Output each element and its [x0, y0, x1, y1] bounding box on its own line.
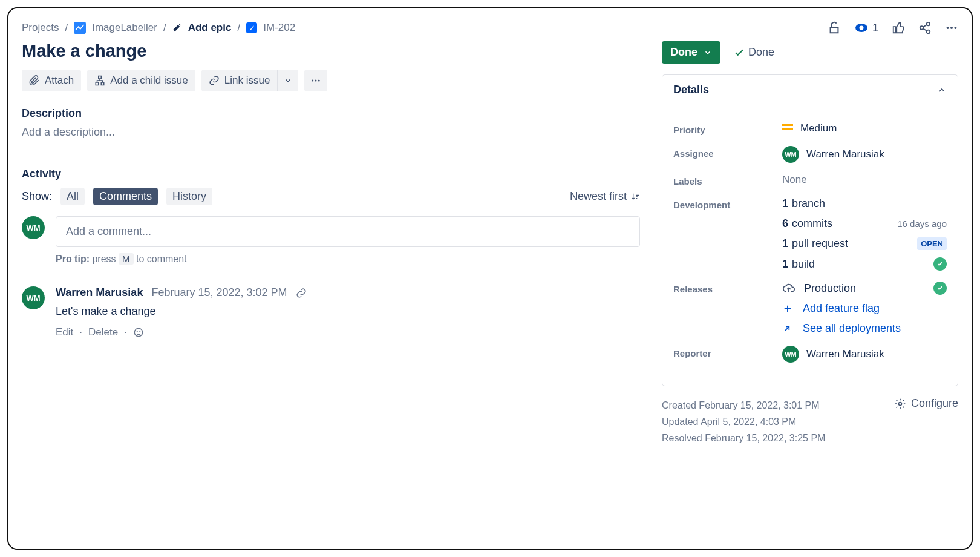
attachment-icon	[29, 75, 40, 86]
see-all-deployments[interactable]: See all deployments	[782, 322, 947, 335]
resolved-date: Resolved February 15, 2022, 3:25 PM	[662, 430, 825, 446]
meta-dates: Created February 15, 2022, 3:01 PM Updat…	[662, 397, 825, 447]
add-child-issue-button[interactable]: Add a child issue	[87, 70, 195, 91]
svg-point-12	[312, 80, 314, 82]
comment-date: February 15, 2022, 3:02 PM	[151, 286, 287, 299]
svg-point-15	[134, 328, 143, 337]
created-date: Created February 15, 2022, 3:01 PM	[662, 397, 825, 414]
watchers-count: 1	[872, 22, 878, 35]
breadcrumb-separator: /	[65, 22, 68, 34]
cloud-upload-icon	[782, 282, 795, 295]
build-success-icon	[933, 257, 947, 271]
add-reaction-icon[interactable]	[133, 327, 144, 338]
chevron-up-icon	[937, 85, 947, 95]
breadcrumb-issue-key[interactable]: IM-202	[263, 22, 295, 34]
edit-comment[interactable]: Edit	[56, 326, 73, 338]
watchers-button[interactable]: 1	[854, 21, 878, 35]
svg-point-6	[947, 27, 949, 29]
status-button-label: Done	[670, 46, 697, 59]
issue-type-icon: ✓	[246, 22, 257, 33]
link-issue-label: Link issue	[224, 74, 270, 87]
breadcrumb-separator: /	[237, 22, 240, 34]
svg-point-4	[927, 22, 930, 26]
lock-icon[interactable]	[828, 21, 841, 35]
svg-rect-9	[99, 76, 102, 79]
link-issue-dropdown[interactable]	[278, 70, 298, 91]
avatar: WM	[782, 346, 799, 363]
dev-commits[interactable]: 6 commits 16 days ago	[782, 217, 947, 230]
sort-toggle[interactable]: Newest first	[570, 190, 640, 203]
permalink-icon[interactable]	[296, 288, 307, 298]
labels-value[interactable]: None	[782, 174, 947, 186]
details-header-label: Details	[673, 84, 709, 96]
breadcrumb-add-epic[interactable]: Add epic	[188, 22, 232, 34]
labels-label: Labels	[673, 174, 782, 186]
pr-status-badge: OPEN	[917, 237, 947, 250]
share-icon[interactable]	[918, 21, 932, 35]
breadcrumb: Projects / ImageLabeller / Add epic / ✓ …	[22, 22, 295, 34]
svg-point-17	[139, 331, 140, 332]
release-success-icon	[933, 282, 947, 295]
tab-comments[interactable]: Comments	[93, 188, 158, 205]
link-icon	[209, 75, 220, 86]
thumbs-up-icon[interactable]	[892, 21, 905, 35]
more-icon	[310, 75, 321, 86]
pencil-icon	[172, 23, 182, 33]
more-icon[interactable]	[945, 21, 958, 35]
configure-button[interactable]: Configure	[894, 397, 958, 410]
dev-pull-request[interactable]: 1 pull request OPEN	[782, 237, 947, 250]
assignee-value[interactable]: WM Warren Marusiak	[782, 146, 947, 163]
priority-label: Priority	[673, 122, 782, 135]
reporter-value[interactable]: WM Warren Marusiak	[782, 346, 947, 363]
priority-value[interactable]: Medium	[782, 122, 947, 134]
check-icon	[734, 47, 745, 58]
avatar: WM	[22, 216, 45, 239]
tab-history[interactable]: History	[166, 188, 212, 205]
attach-label: Attach	[45, 74, 74, 87]
comment-input[interactable]: Add a comment...	[56, 216, 640, 247]
details-header[interactable]: Details	[662, 75, 958, 105]
delete-comment[interactable]: Delete	[88, 326, 118, 338]
svg-point-5	[927, 30, 930, 33]
breadcrumb-separator: /	[163, 22, 166, 34]
svg-point-3	[920, 26, 924, 30]
more-actions-button[interactable]	[304, 70, 327, 91]
assignee-label: Assignee	[673, 146, 782, 159]
description-input[interactable]: Add a description...	[22, 126, 640, 139]
dev-branch[interactable]: 1 branch	[782, 197, 947, 210]
page-title[interactable]: Make a change	[22, 41, 640, 61]
add-feature-flag[interactable]: Add feature flag	[782, 302, 947, 315]
priority-medium-icon	[782, 124, 793, 133]
link-issue-button[interactable]: Link issue	[201, 70, 278, 91]
keyboard-key: M	[119, 253, 134, 265]
svg-point-14	[318, 80, 320, 82]
release-production[interactable]: Production	[782, 282, 947, 295]
show-label: Show:	[22, 190, 52, 203]
development-label: Development	[673, 197, 782, 210]
add-child-label: Add a child issue	[110, 74, 188, 87]
sort-icon	[630, 192, 640, 202]
breadcrumb-projects[interactable]: Projects	[22, 22, 59, 34]
status-button[interactable]: Done	[662, 41, 720, 64]
status-indicator-label: Done	[748, 46, 774, 59]
tab-all[interactable]: All	[60, 188, 85, 205]
breadcrumb-project-name[interactable]: ImageLabeller	[92, 22, 157, 34]
comment-author[interactable]: Warren Marusiak	[56, 286, 143, 299]
activity-label: Activity	[22, 168, 640, 180]
description-label: Description	[22, 107, 640, 120]
attach-button[interactable]: Attach	[22, 70, 81, 91]
configure-label: Configure	[911, 397, 958, 410]
pro-tip: Pro tip: press M to comment	[56, 253, 640, 265]
avatar: WM	[782, 146, 799, 163]
svg-rect-10	[96, 82, 99, 85]
updated-date: Updated April 5, 2022, 4:03 PM	[662, 414, 825, 430]
svg-point-7	[950, 27, 953, 29]
sort-label: Newest first	[570, 190, 627, 203]
svg-point-18	[898, 402, 901, 405]
arrow-icon	[782, 324, 794, 334]
svg-rect-11	[101, 82, 104, 85]
svg-point-13	[315, 80, 317, 82]
avatar: WM	[22, 286, 45, 309]
dev-build[interactable]: 1 build	[782, 257, 947, 271]
comment-text: Let's make a change	[56, 305, 640, 318]
